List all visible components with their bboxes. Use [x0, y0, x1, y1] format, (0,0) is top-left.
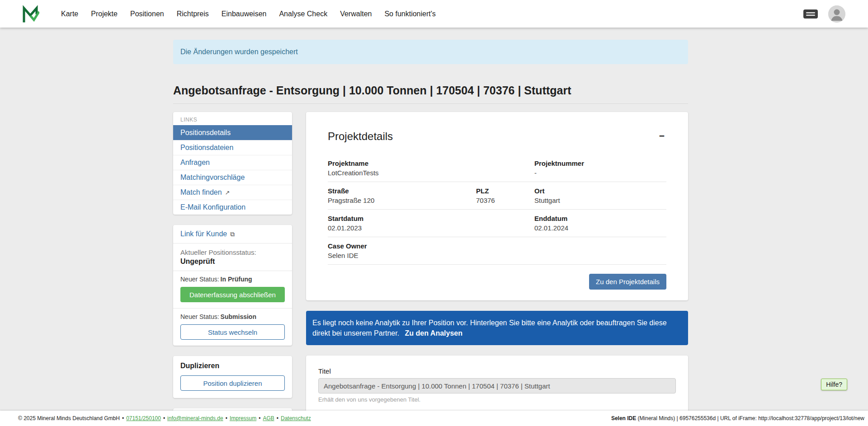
- sidebar: LINKS Positionsdetails Positionsdateien …: [173, 112, 292, 426]
- field-label: PLZ: [476, 187, 534, 195]
- footer-email-link[interactable]: info@mineral-minds.de: [167, 415, 223, 421]
- field-value: 02.01.2024: [534, 224, 666, 232]
- switch-status-button[interactable]: Status wechseln: [180, 324, 285, 340]
- footer-separator: •: [277, 415, 278, 421]
- sidebar-item-label: Match finden: [180, 188, 222, 197]
- analytics-banner-text: Es liegt noch keine Analytik zu Ihrer Po…: [312, 319, 667, 337]
- sidebar-item-positionsdetails[interactable]: Positionsdetails: [173, 125, 292, 140]
- saved-alert-text: Die Änderungen wurden gespeichert: [180, 48, 298, 56]
- status-card: Link für Kunde ⧉ Aktueller Positionsstat…: [173, 225, 292, 346]
- sidebar-item-match-finden[interactable]: Match finden ↗: [173, 185, 292, 200]
- new-status-line-1: Neuer Status:In Prüfung: [173, 271, 292, 283]
- external-link-icon: ↗: [225, 189, 230, 196]
- new-status-label: Neuer Status:: [180, 313, 219, 320]
- field-value: Pragstraße 120: [328, 197, 476, 204]
- nav-item-einbauweisen[interactable]: Einbauweisen: [222, 10, 267, 18]
- new-status-value: In Prüfung: [221, 276, 252, 283]
- footer-session-info: Selen IDE (Mineral Minds) | 69576255536d…: [611, 415, 864, 421]
- titel-input: [318, 378, 676, 393]
- sidebar-item-label: Positionsdetails: [180, 129, 231, 137]
- sidebar-item-matchingvorschlaege[interactable]: Matchingvorschläge: [173, 170, 292, 185]
- sidebar-item-anfragen[interactable]: Anfragen: [173, 155, 292, 170]
- field-value: Stuttgart: [534, 197, 666, 204]
- sidebar-item-email-konfiguration[interactable]: E-Mail Konfiguration: [173, 200, 292, 215]
- app-root: Karte Projekte Positionen Richtpreis Ein…: [0, 0, 868, 426]
- project-details-card: Projektdetails − Projektname LotCreation…: [306, 112, 688, 300]
- help-button[interactable]: Hilfe?: [821, 379, 847, 390]
- duplicate-position-button[interactable]: Position duplizieren: [180, 375, 285, 391]
- footer-copyright: © 2025 Mineral Minds Deutschland GmbH: [18, 415, 120, 421]
- complete-data-entry-button[interactable]: Datenerfassung abschließen: [180, 287, 285, 302]
- app-logo-icon[interactable]: [21, 5, 39, 23]
- links-header: LINKS: [173, 112, 292, 125]
- titel-help-text: Erhält den von uns vorgegebenen Titel.: [318, 396, 676, 403]
- field-value: Selen IDE: [328, 252, 534, 259]
- project-row: Straße Pragstraße 120 PLZ 70376 Ort Stut…: [328, 182, 666, 210]
- footer: © 2025 Mineral Minds Deutschland GmbH • …: [0, 411, 868, 426]
- analytics-banner: Es liegt noch keine Analytik zu Ihrer Po…: [306, 311, 688, 345]
- sidebar-item-label: Matchingvorschläge: [180, 173, 245, 182]
- field-label: Startdatum: [328, 215, 534, 222]
- sidebar-item-label: Anfragen: [180, 159, 210, 167]
- field-value: 02.01.2023: [328, 224, 534, 232]
- card-reader-icon[interactable]: [803, 9, 818, 19]
- field-label: Projektname: [328, 159, 534, 167]
- project-fields-grid: Projektname LotCreationTests Projektnumm…: [328, 154, 666, 265]
- titel-label: Titel: [318, 367, 676, 375]
- nav-item-analyse-check[interactable]: Analyse Check: [279, 10, 327, 18]
- nav-item-so-funktionierts[interactable]: So funktioniert's: [384, 10, 435, 18]
- duplicate-card: Duplizieren Position duplizieren: [173, 356, 292, 398]
- field-label: Enddatum: [534, 215, 666, 222]
- new-status-line-2: Neuer Status:Submission: [173, 309, 292, 320]
- footer-datenschutz-link[interactable]: Datenschutz: [281, 415, 311, 421]
- footer-user-name: Selen IDE: [611, 415, 636, 421]
- field-value: -: [534, 169, 666, 177]
- nav-item-projekte[interactable]: Projekte: [91, 10, 118, 18]
- user-avatar[interactable]: [828, 5, 845, 23]
- saved-alert: Die Änderungen wurden gespeichert: [173, 40, 688, 64]
- project-row: Projektname LotCreationTests Projektnumm…: [328, 154, 666, 182]
- field-value: LotCreationTests: [328, 169, 534, 177]
- top-navbar: Karte Projekte Positionen Richtpreis Ein…: [0, 0, 868, 28]
- nav-item-karte[interactable]: Karte: [61, 10, 78, 18]
- links-card: LINKS Positionsdetails Positionsdateien …: [173, 112, 292, 215]
- project-row: Startdatum 02.01.2023 Enddatum 02.01.202…: [328, 210, 666, 237]
- to-project-details-button[interactable]: Zu den Projektdetails: [589, 274, 666, 290]
- footer-phone-link[interactable]: 07151/250100: [126, 415, 161, 421]
- field-label: Projektnummer: [534, 159, 666, 167]
- nav-item-positionen[interactable]: Positionen: [130, 10, 164, 18]
- project-details-title: Projektdetails: [328, 130, 393, 143]
- field-value: 70376: [476, 197, 534, 204]
- footer-separator: •: [226, 415, 227, 421]
- customer-link[interactable]: Link für Kunde ⧉: [180, 230, 235, 238]
- collapse-icon[interactable]: −: [657, 130, 666, 141]
- copy-icon: ⧉: [230, 230, 235, 238]
- footer-separator: •: [163, 415, 165, 421]
- project-row: Case Owner Selen IDE: [328, 237, 666, 265]
- sidebar-item-label: E-Mail Konfiguration: [180, 203, 245, 211]
- current-status-value: Ungeprüft: [180, 257, 285, 266]
- content-columns: LINKS Positionsdetails Positionsdateien …: [173, 112, 688, 426]
- nav-item-richtpreis[interactable]: Richtpreis: [177, 10, 209, 18]
- footer-separator: •: [122, 415, 124, 421]
- new-status-label: Neuer Status:: [180, 276, 219, 283]
- current-status-label: Aktueller Positionsstatus:: [180, 248, 285, 256]
- sidebar-item-label: Positionsdateien: [180, 144, 233, 152]
- main-column: Projektdetails − Projektname LotCreation…: [306, 112, 688, 426]
- to-analyses-link[interactable]: Zu den Analysen: [405, 329, 462, 337]
- title-divider: [173, 103, 688, 104]
- footer-agb-link[interactable]: AGB: [263, 415, 274, 421]
- footer-session-details: (Mineral Minds) | 69576255536d | URL of …: [636, 415, 864, 421]
- field-label: Straße: [328, 187, 476, 195]
- footer-impressum-link[interactable]: Impressum: [230, 415, 256, 421]
- footer-separator: •: [259, 415, 260, 421]
- page-container: Die Änderungen wurden gespeichert Angebo…: [173, 40, 688, 426]
- field-label: Case Owner: [328, 242, 534, 250]
- page-title: Angebotsanfrage - Entsorgung | 10.000 To…: [173, 84, 688, 97]
- field-label: Ort: [534, 187, 666, 195]
- nav-item-verwalten[interactable]: Verwalten: [340, 10, 372, 18]
- nav-links: Karte Projekte Positionen Richtpreis Ein…: [61, 10, 803, 18]
- customer-link-label: Link für Kunde: [180, 230, 227, 238]
- sidebar-item-positionsdateien[interactable]: Positionsdateien: [173, 140, 292, 155]
- navbar-right: [803, 5, 845, 23]
